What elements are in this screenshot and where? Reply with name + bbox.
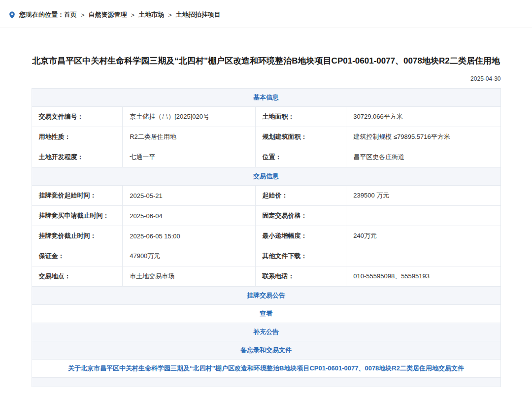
field-label: 挂牌竞价起始时间： — [32, 186, 123, 206]
field-label: 挂牌竞价截止时间： — [32, 226, 123, 246]
breadcrumb-item-home[interactable]: 首页 — [64, 10, 77, 19]
section-title: 交易信息 — [32, 167, 500, 186]
main-content: 北京市昌平区中关村生命科学园三期及“北四村”棚户区改造和环境整治B地块项目CP0… — [32, 28, 501, 387]
table-row: 交易地点： 市土地交易市场 联系电话： 010-55595098、5559519… — [32, 266, 500, 287]
table-row: 用地性质： R2二类居住用地 规划建筑面积： 建筑控制规模 ≤79895.571… — [32, 127, 500, 147]
table-row: 土地开发程度： 七通一平 位置： 昌平区史各庄街道 — [32, 147, 500, 167]
field-value: 市土地交易市场 — [123, 266, 255, 287]
field-label: 最小递增幅度： — [255, 226, 346, 246]
field-value: R2二类居住用地 — [123, 127, 255, 147]
field-label: 其他文件下载： — [255, 246, 346, 266]
field-label: 起始价： — [255, 186, 346, 206]
section-header-basic-info: 基本信息 — [32, 89, 500, 107]
breadcrumb-separator: > — [131, 11, 135, 19]
table-row: 挂牌竞价起始时间： 2025-05-21 起始价： 239500 万元 — [32, 186, 500, 206]
table-row: 保证金： 47900万元 其他文件下载： — [32, 246, 500, 266]
field-value: 2025-05-21 — [123, 186, 255, 206]
field-value: 30729.066平方米 — [346, 107, 500, 127]
section-title: 备忘录和交易文件 — [32, 341, 500, 360]
table-row: 挂牌竞价截止时间： 2025-06-05 15:00 最小递增幅度： 240万元 — [32, 226, 500, 246]
section-title: 挂牌交易公告 — [32, 287, 500, 305]
field-label: 用地性质： — [32, 127, 123, 147]
field-value: 建筑控制规模 ≤79895.5716平方米 — [346, 127, 500, 147]
field-label: 位置： — [255, 147, 346, 167]
field-label: 交易地点： — [32, 266, 123, 287]
publish-date: 2025-04-30 — [32, 75, 501, 82]
field-value: 47900万元 — [123, 246, 255, 266]
table-row: 交易文件编号： 京土储挂（昌）[2025]020号 土地面积： 30729.06… — [32, 107, 500, 127]
section-header-trade-info: 交易信息 — [32, 167, 500, 186]
field-label: 土地面积： — [255, 107, 346, 127]
field-label: 规划建筑面积： — [255, 127, 346, 147]
field-value: 010-55595098、55595193 — [346, 266, 500, 287]
breadcrumb-item-natural-resources[interactable]: 自然资源管理 — [89, 10, 127, 19]
section-header-listing-notice: 挂牌交易公告 — [32, 287, 500, 305]
breadcrumb: 您现在的位置： 首页 > 自然资源管理 > 土地市场 > 土地招拍挂项目 — [0, 0, 532, 28]
view-link[interactable]: 查看 — [260, 310, 272, 317]
table-row: 关于北京市昌平区中关村生命科学园三期及“北四村”棚户区改造和环境整治B地块项目C… — [32, 360, 500, 378]
breadcrumb-separator: > — [168, 11, 172, 19]
breadcrumb-item-land-listing-projects[interactable]: 土地招拍挂项目 — [176, 10, 221, 19]
table-row: 挂牌竞买申请截止时间： 2025-06-04 固定交易价格： — [32, 206, 500, 226]
breadcrumb-separator: > — [81, 11, 85, 19]
table-row: 查看 — [32, 305, 500, 323]
field-value: 239500 万元 — [346, 186, 500, 206]
field-label: 挂牌竞买申请截止时间： — [32, 206, 123, 226]
section-header-supplement-notice: 补充公告 — [32, 323, 500, 341]
field-value: 七通一平 — [123, 147, 255, 167]
field-label: 交易文件编号： — [32, 107, 123, 127]
field-label: 土地开发程度： — [32, 147, 123, 167]
field-label: 保证金： — [32, 246, 123, 266]
land-info-table: 基本信息 交易文件编号： 京土储挂（昌）[2025]020号 土地面积： 307… — [32, 88, 501, 387]
breadcrumb-label: 您现在的位置： — [19, 10, 64, 19]
field-value: 京土储挂（昌）[2025]020号 — [123, 107, 255, 127]
breadcrumb-item-land-market[interactable]: 土地市场 — [138, 10, 164, 19]
section-title: 补充公告 — [32, 323, 500, 341]
field-value: 昌平区史各庄街道 — [346, 147, 500, 167]
section-header-memo-docs: 备忘录和交易文件 — [32, 341, 500, 360]
field-value: 2025-06-05 15:00 — [123, 226, 255, 246]
location-pin-icon — [9, 11, 15, 19]
trade-document-link[interactable]: 关于北京市昌平区中关村生命科学园三期及“北四村”棚户区改造和环境整治B地块项目C… — [68, 364, 464, 372]
field-value — [346, 246, 500, 266]
field-value — [346, 206, 500, 226]
section-title: 基本信息 — [32, 89, 500, 107]
page-title: 北京市昌平区中关村生命科学园三期及“北四村”棚户区改造和环境整治B地块项目CP0… — [32, 54, 501, 67]
field-label: 固定交易价格： — [255, 206, 346, 226]
table-row-partial — [32, 378, 500, 387]
field-value: 2025-06-04 — [123, 206, 255, 226]
field-label: 联系电话： — [255, 266, 346, 287]
field-value: 240万元 — [346, 226, 500, 246]
